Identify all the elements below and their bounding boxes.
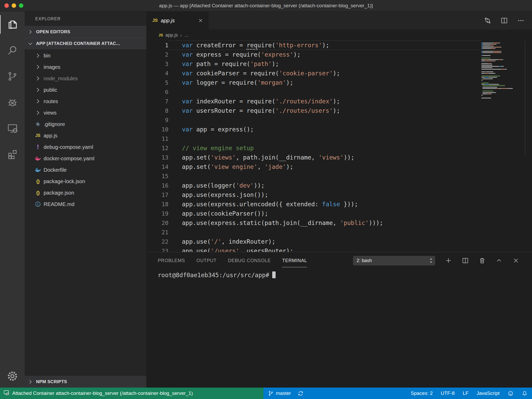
- panel-tab-debug-console[interactable]: DEBUG CONSOLE: [228, 256, 271, 265]
- minimap-line: [481, 74, 520, 75]
- tree-item-docker-compose-yaml[interactable]: docker-compose.yaml: [25, 153, 146, 164]
- code-line-18[interactable]: 18app.use(express.urlencoded({ extended:…: [147, 200, 481, 209]
- sync-changes-button[interactable]: [298, 390, 304, 396]
- chevron-down-icon: [27, 41, 33, 47]
- line-number: 8: [147, 108, 168, 114]
- status-item-lf[interactable]: LF: [463, 390, 468, 396]
- feedback-smiley-icon[interactable]: [508, 390, 514, 396]
- activity-item-debug[interactable]: [0, 89, 25, 115]
- minimap-line: [481, 48, 520, 49]
- git-branch-indicator[interactable]: master: [268, 390, 291, 396]
- tree-item-dockerfile[interactable]: Dockerfile: [25, 164, 146, 176]
- close-tab-icon[interactable]: [198, 18, 203, 23]
- tree-item-app-js[interactable]: JSapp.js: [25, 130, 146, 141]
- activity-item-search[interactable]: [0, 37, 25, 63]
- code-editor[interactable]: 1var createError = require('http-errors'…: [147, 41, 532, 252]
- line-number: 22: [147, 238, 168, 245]
- tree-item-label: app.js: [44, 133, 57, 139]
- tree-item-readme-md[interactable]: README.md: [25, 198, 146, 210]
- tab-label: app.js: [161, 18, 175, 24]
- breadcrumb-file[interactable]: app.js: [165, 32, 178, 38]
- tree-item-bin[interactable]: bin: [25, 50, 146, 61]
- status-item-javascript[interactable]: JavaScript: [476, 390, 500, 396]
- activity-item-extensions[interactable]: [0, 141, 25, 167]
- code-line-16[interactable]: 16app.use(logger('dev'));: [147, 181, 481, 190]
- git-branch-icon: [268, 390, 274, 396]
- breadcrumb[interactable]: JS app.js › …: [147, 30, 532, 41]
- debug-icon: [7, 97, 18, 108]
- tree-item-label: README.md: [44, 201, 74, 207]
- code-line-13[interactable]: 13app.set('views', path.join(__dirname, …: [147, 153, 481, 162]
- minimap[interactable]: [481, 43, 520, 99]
- status-item-utf-8[interactable]: UTF-8: [441, 390, 455, 396]
- code-line-23[interactable]: 23app.use('/users', usersRouter);: [147, 246, 481, 252]
- folder-chevron-icon: [35, 87, 41, 93]
- status-item-spaces-2[interactable]: Spaces: 2: [411, 390, 433, 396]
- section-npm-scripts[interactable]: NPM SCRIPTS: [25, 376, 146, 388]
- code-line-11[interactable]: 11: [147, 134, 481, 143]
- panel-tab-problems[interactable]: PROBLEMS: [158, 256, 185, 265]
- tree-item-routes[interactable]: routes: [25, 96, 146, 107]
- code-line-19[interactable]: 19app.use(cookieParser());: [147, 209, 481, 218]
- code-line-8[interactable]: 8var usersRouter = require('./routes/use…: [147, 106, 481, 115]
- split-editor-icon[interactable]: [500, 17, 508, 24]
- panel-tab-terminal[interactable]: TERMINAL: [282, 256, 307, 265]
- tree-item-views[interactable]: views: [25, 107, 146, 118]
- tab-bar: JS app.js: [147, 11, 532, 30]
- code-line-15[interactable]: 15: [147, 171, 481, 181]
- code-line-5[interactable]: 5var logger = require('morgan');: [147, 78, 481, 87]
- code-line-6[interactable]: 6: [147, 87, 481, 97]
- code-line-3[interactable]: 3var path = require('path');: [147, 59, 481, 69]
- tab-app-js[interactable]: JS app.js: [147, 11, 208, 30]
- panel-tab-output[interactable]: OUTPUT: [196, 256, 217, 265]
- code-line-1[interactable]: 1var createError = require('http-errors'…: [147, 41, 481, 50]
- tree-item-public[interactable]: public: [25, 84, 146, 96]
- braces-file-icon: {}: [35, 178, 41, 185]
- section-label: APP [ATTACHED CONTAINER ATTAC...: [36, 41, 120, 46]
- split-terminal-icon[interactable]: [462, 257, 469, 264]
- code-line-22[interactable]: 22app.use('/', indexRouter);: [147, 237, 481, 246]
- code-line-12[interactable]: 12// view engine setup: [147, 143, 481, 153]
- activity-item-explorer[interactable]: [0, 11, 25, 37]
- section-open-editors[interactable]: OPEN EDITORS: [25, 26, 146, 38]
- code-line-17[interactable]: 17app.use(express.json());: [147, 190, 481, 200]
- breadcrumb-symbols[interactable]: …: [184, 32, 189, 38]
- line-number: 11: [147, 136, 168, 142]
- minimap-line: [481, 81, 520, 82]
- code-line-20[interactable]: 20app.use(express.static(path.join(__dir…: [147, 218, 481, 228]
- open-changes-icon[interactable]: [484, 17, 492, 24]
- notifications-bell-icon[interactable]: [522, 390, 528, 396]
- remote-indicator[interactable]: Attached Container attach-container-blog…: [0, 388, 263, 399]
- tree-item-package-json[interactable]: {}package.json: [25, 187, 146, 198]
- kill-terminal-icon[interactable]: [479, 257, 486, 264]
- tree-item-debug-compose-yaml[interactable]: !debug-compose.yaml: [25, 141, 146, 153]
- settings-gear-icon[interactable]: [0, 370, 25, 383]
- terminal-shell-select[interactable]: 2: bash: [353, 256, 435, 265]
- minimap-line: [481, 88, 520, 89]
- code-line-14[interactable]: 14app.set('view engine', 'jade');: [147, 162, 481, 171]
- editor-scrollbar[interactable]: [525, 41, 525, 155]
- activity-item-source-control[interactable]: [0, 63, 25, 89]
- more-actions-icon[interactable]: [517, 17, 525, 24]
- line-number: 5: [147, 79, 168, 86]
- section-workspace-root[interactable]: APP [ATTACHED CONTAINER ATTAC...: [25, 38, 146, 49]
- tree-item-images[interactable]: images: [25, 61, 146, 73]
- activity-item-remote[interactable]: [0, 115, 25, 141]
- code-line-2[interactable]: 2var express = require('express');: [147, 50, 481, 59]
- code-line-4[interactable]: 4var cookieParser = require('cookie-pars…: [147, 69, 481, 78]
- maximize-panel-icon[interactable]: [495, 257, 503, 264]
- code-line-7[interactable]: 7var indexRouter = require('./routes/ind…: [147, 97, 481, 106]
- folder-chevron-icon: [35, 98, 41, 105]
- code-line-9[interactable]: 9: [147, 115, 481, 125]
- tree-item-package-lock-json[interactable]: {}package-lock.json: [25, 176, 146, 187]
- tree-item--gitignore[interactable]: .gitignore: [25, 118, 146, 130]
- new-terminal-icon[interactable]: [445, 257, 452, 264]
- minimap-line: [481, 73, 520, 74]
- line-number: 14: [147, 164, 168, 170]
- code-line-text: [168, 134, 481, 143]
- code-line-10[interactable]: 10var app = express();: [147, 125, 481, 134]
- close-panel-icon[interactable]: [512, 257, 520, 264]
- code-line-21[interactable]: 21: [147, 228, 481, 237]
- terminal-output[interactable]: root@8df0ae1eb345:/usr/src/app#: [147, 269, 532, 388]
- tree-item-node-modules[interactable]: node_modules: [25, 73, 146, 84]
